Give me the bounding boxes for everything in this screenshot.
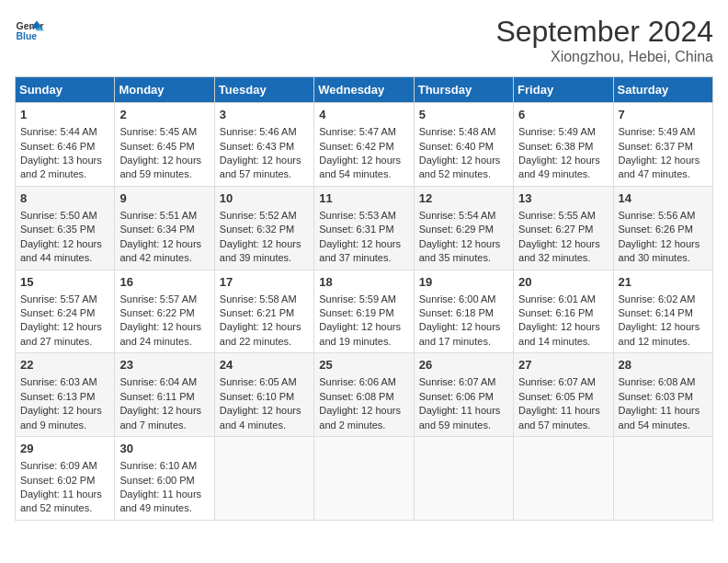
cell-info: Sunrise: 5:53 AMSunset: 6:31 PMDaylight:… [319,210,401,263]
calendar-cell: 26Sunrise: 6:07 AMSunset: 6:06 PMDayligh… [414,353,513,437]
calendar-cell: 24Sunrise: 6:05 AMSunset: 6:10 PMDayligh… [214,353,313,437]
day-number: 11 [319,190,408,207]
calendar-header: Sunday Monday Tuesday Wednesday Thursday… [16,77,713,103]
day-number: 24 [220,357,309,373]
logo: General Blue [15,15,44,44]
calendar-cell: 10Sunrise: 5:52 AMSunset: 6:32 PMDayligh… [214,186,313,270]
cell-info: Sunrise: 5:44 AMSunset: 6:46 PMDaylight:… [20,126,102,179]
day-number: 27 [518,357,608,373]
cell-info: Sunrise: 6:07 AMSunset: 6:05 PMDaylight:… [518,376,600,430]
day-number: 14 [619,190,708,207]
day-number: 2 [119,107,209,123]
col-saturday: Saturday [613,77,712,103]
cell-info: Sunrise: 5:48 AMSunset: 6:40 PMDaylight:… [419,126,501,179]
cell-info: Sunrise: 6:10 AMSunset: 6:00 PMDaylight:… [119,460,201,513]
day-number: 1 [20,107,109,123]
col-friday: Friday [514,77,613,103]
day-number: 26 [419,357,508,373]
col-thursday: Thursday [414,77,513,103]
cell-info: Sunrise: 5:56 AMSunset: 6:26 PMDaylight:… [619,210,700,263]
calendar-cell: 17Sunrise: 5:58 AMSunset: 6:21 PMDayligh… [214,270,313,353]
day-number: 5 [419,107,508,123]
calendar-cell: 8Sunrise: 5:50 AMSunset: 6:35 PMDaylight… [16,186,115,270]
day-number: 17 [220,274,309,291]
cell-info: Sunrise: 5:52 AMSunset: 6:32 PMDaylight:… [220,210,301,263]
day-number: 19 [419,274,508,291]
calendar-row: 15Sunrise: 5:57 AMSunset: 6:24 PMDayligh… [16,270,713,353]
day-number: 20 [518,274,608,291]
day-number: 23 [119,357,209,373]
calendar-cell: 9Sunrise: 5:51 AMSunset: 6:34 PMDaylight… [115,186,214,270]
page-title: September 2024 [495,15,713,49]
day-number: 15 [20,274,109,291]
calendar-row: 29Sunrise: 6:09 AMSunset: 6:02 PMDayligh… [16,437,713,521]
calendar-body: 1Sunrise: 5:44 AMSunset: 6:46 PMDaylight… [16,103,713,521]
calendar-cell: 11Sunrise: 5:53 AMSunset: 6:31 PMDayligh… [314,186,414,270]
calendar-row: 22Sunrise: 6:03 AMSunset: 6:13 PMDayligh… [16,353,713,437]
calendar-cell [214,437,313,521]
day-number: 9 [119,190,209,207]
calendar-cell: 1Sunrise: 5:44 AMSunset: 6:46 PMDaylight… [16,103,115,187]
calendar-cell: 21Sunrise: 6:02 AMSunset: 6:14 PMDayligh… [613,270,712,353]
col-sunday: Sunday [16,77,115,103]
calendar-cell: 6Sunrise: 5:49 AMSunset: 6:38 PMDaylight… [514,103,613,187]
calendar-cell [514,437,613,521]
calendar-cell: 30Sunrise: 6:10 AMSunset: 6:00 PMDayligh… [115,437,214,521]
day-number: 4 [319,107,408,123]
cell-info: Sunrise: 6:01 AMSunset: 6:16 PMDaylight:… [518,293,600,347]
cell-info: Sunrise: 5:57 AMSunset: 6:22 PMDaylight:… [119,293,201,347]
calendar-cell: 16Sunrise: 5:57 AMSunset: 6:22 PMDayligh… [115,270,214,353]
calendar-cell: 2Sunrise: 5:45 AMSunset: 6:45 PMDaylight… [115,103,214,187]
day-number: 29 [20,441,109,457]
calendar-table: Sunday Monday Tuesday Wednesday Thursday… [15,76,713,521]
calendar-cell [314,437,414,521]
page-header: General Blue September 2024 Xiongzhou, H… [15,15,713,65]
calendar-cell: 22Sunrise: 6:03 AMSunset: 6:13 PMDayligh… [16,353,115,437]
cell-info: Sunrise: 6:03 AMSunset: 6:13 PMDaylight:… [20,376,102,430]
calendar-cell: 18Sunrise: 5:59 AMSunset: 6:19 PMDayligh… [314,270,414,353]
calendar-cell: 4Sunrise: 5:47 AMSunset: 6:42 PMDaylight… [314,103,414,187]
cell-info: Sunrise: 5:49 AMSunset: 6:38 PMDaylight:… [518,126,600,179]
page-subtitle: Xiongzhou, Hebei, China [495,49,713,65]
calendar-cell: 14Sunrise: 5:56 AMSunset: 6:26 PMDayligh… [613,186,712,270]
calendar-cell: 15Sunrise: 5:57 AMSunset: 6:24 PMDayligh… [16,270,115,353]
cell-info: Sunrise: 5:50 AMSunset: 6:35 PMDaylight:… [20,210,102,263]
day-number: 6 [518,107,608,123]
cell-info: Sunrise: 6:07 AMSunset: 6:06 PMDaylight:… [419,376,501,430]
calendar-cell: 13Sunrise: 5:55 AMSunset: 6:27 PMDayligh… [514,186,613,270]
day-number: 18 [319,274,408,291]
cell-info: Sunrise: 5:55 AMSunset: 6:27 PMDaylight:… [518,210,600,263]
calendar-cell: 12Sunrise: 5:54 AMSunset: 6:29 PMDayligh… [414,186,513,270]
day-number: 13 [518,190,608,207]
day-number: 7 [619,107,708,123]
calendar-cell: 20Sunrise: 6:01 AMSunset: 6:16 PMDayligh… [514,270,613,353]
calendar-cell: 23Sunrise: 6:04 AMSunset: 6:11 PMDayligh… [115,353,214,437]
header-row: Sunday Monday Tuesday Wednesday Thursday… [16,77,713,103]
calendar-cell [613,437,712,521]
col-wednesday: Wednesday [314,77,414,103]
calendar-cell: 25Sunrise: 6:06 AMSunset: 6:08 PMDayligh… [314,353,414,437]
day-number: 10 [220,190,309,207]
cell-info: Sunrise: 6:02 AMSunset: 6:14 PMDaylight:… [619,293,700,347]
calendar-cell: 29Sunrise: 6:09 AMSunset: 6:02 PMDayligh… [16,437,115,521]
title-area: September 2024 Xiongzhou, Hebei, China [495,15,713,65]
cell-info: Sunrise: 5:47 AMSunset: 6:42 PMDaylight:… [319,126,401,179]
cell-info: Sunrise: 5:59 AMSunset: 6:19 PMDaylight:… [319,293,401,347]
calendar-cell: 27Sunrise: 6:07 AMSunset: 6:05 PMDayligh… [514,353,613,437]
cell-info: Sunrise: 6:05 AMSunset: 6:10 PMDaylight:… [220,376,301,430]
day-number: 16 [119,274,209,291]
day-number: 3 [220,107,309,123]
calendar-cell: 28Sunrise: 6:08 AMSunset: 6:03 PMDayligh… [613,353,712,437]
cell-info: Sunrise: 5:46 AMSunset: 6:43 PMDaylight:… [220,126,301,179]
day-number: 30 [119,441,209,457]
cell-info: Sunrise: 6:06 AMSunset: 6:08 PMDaylight:… [319,376,401,430]
day-number: 12 [419,190,508,207]
calendar-row: 1Sunrise: 5:44 AMSunset: 6:46 PMDaylight… [16,103,713,187]
logo-icon: General Blue [15,15,44,44]
calendar-cell [414,437,513,521]
svg-text:Blue: Blue [17,31,38,41]
col-tuesday: Tuesday [214,77,313,103]
cell-info: Sunrise: 5:49 AMSunset: 6:37 PMDaylight:… [619,126,700,179]
cell-info: Sunrise: 6:09 AMSunset: 6:02 PMDaylight:… [20,460,102,513]
calendar-cell: 19Sunrise: 6:00 AMSunset: 6:18 PMDayligh… [414,270,513,353]
